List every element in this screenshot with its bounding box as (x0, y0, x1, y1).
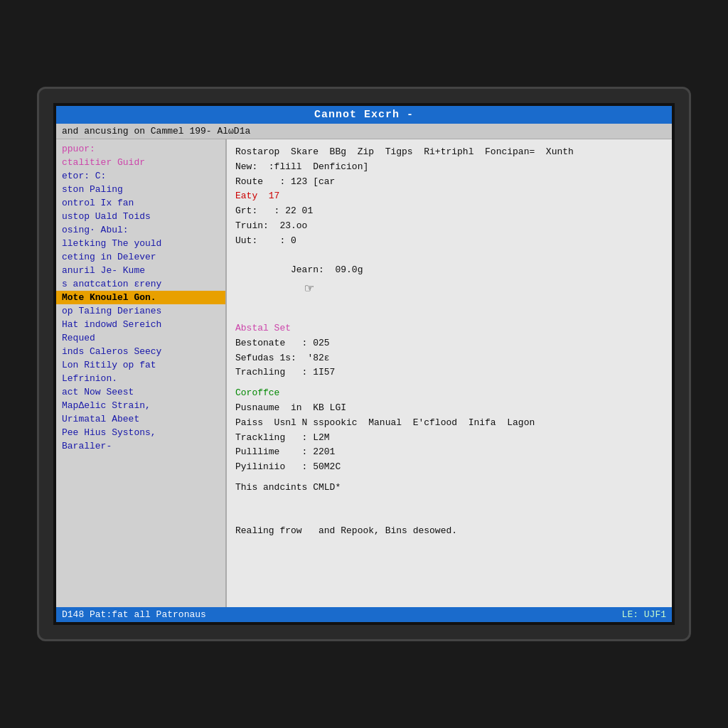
sidebar-item-18[interactable]: MapΔelic Strain, (56, 399, 225, 412)
sidebar-item-6[interactable]: lletking The yould (56, 237, 225, 250)
content-line-17: This andcints CMLD* (235, 481, 663, 496)
sidebar-item-14[interactable]: inds Caleros Seecy (56, 345, 225, 358)
sidebar-item-3[interactable]: ontrol Ix fan (56, 196, 225, 210)
content-line-15: Pulllime : 2201 (235, 445, 663, 460)
sidebar-item-1[interactable]: etor: C: (56, 169, 225, 183)
sidebar-item-8[interactable]: anuril Je- Kume (56, 264, 225, 277)
content-line-11: Trachling : 1I57 (235, 365, 663, 380)
sidebar-item-11[interactable]: op Taling Derianes (56, 304, 225, 318)
cursor-hand-icon: ☞ (305, 278, 314, 301)
content-line-1: Rostarop Skare BBg Zip Tigps Ri+triphl F… (235, 145, 663, 160)
sidebar-item-16[interactable]: Lefrinion. (56, 372, 225, 385)
content-line-12: Pusnaume in KB LGI (235, 401, 663, 416)
content-line-13: Paiss Usnl N sspookic Manual E'cflood In… (235, 416, 663, 431)
sidebar-item-2[interactable]: ston Paling (56, 183, 225, 196)
laptop-frame: Cannot Excrh - and ancusing on Cammel 19… (37, 87, 691, 641)
content-line-10: Sefudas 1s: '82ε (235, 351, 663, 366)
sidebar-item-9[interactable]: s anαtcation εreny (56, 277, 225, 291)
status-bar: D148 Pat:fat all Patronaus LE: UJF1 (56, 607, 672, 622)
sidebar-item-17[interactable]: act Now Seest (56, 385, 225, 399)
content-line-4: Eaty 17 (235, 189, 663, 204)
sidebar-item-0[interactable]: ctalitier Guidr (56, 156, 225, 169)
sidebar-item-19[interactable]: Urimatal Abeet (56, 412, 225, 426)
screen: Cannot Excrh - and ancusing on Cammel 19… (53, 103, 675, 625)
content-line-2: New: :flill Denficion] (235, 160, 663, 175)
content-line-14: Trackling : L2M (235, 431, 663, 446)
sidebar: ppuor: ctalitier Guidr etor: C: ston Pal… (56, 139, 227, 607)
title-bar: Cannot Excrh - (56, 106, 672, 124)
title-text: Cannot Excrh - (314, 109, 414, 121)
status-left: D148 Pat:fat all Patronaus (62, 609, 206, 620)
content-line-18: Realing frow and Repook, Bins desowed. (235, 524, 663, 539)
sidebar-item-15[interactable]: Lon Ritily op fat (56, 358, 225, 372)
content-line-8: Jearn: 09.0g ☞ (235, 249, 663, 316)
content-line-9: Bestonate : 025 (235, 336, 663, 351)
content-line-6: Truin: 23.oo (235, 219, 663, 234)
content-line-3: Route : 123 [car (235, 175, 663, 190)
section2-label: Abstal Set (235, 321, 663, 336)
content-line-5: Grt: : 22 01 (235, 204, 663, 219)
subtitle-text: and ancusing on Cammel 199- AlωD1a (62, 126, 250, 136)
content-panel: Rostarop Skare BBg Zip Tigps Ri+triphl F… (227, 139, 672, 607)
content-line-16: Pyiliniio : 50M2C (235, 460, 663, 475)
sidebar-item-13[interactable]: Requed (56, 331, 225, 345)
sidebar-item-21[interactable]: Baraller- (56, 439, 225, 453)
content-line-7: Uut: : 0 (235, 234, 663, 249)
main-content: ppuor: ctalitier Guidr etor: C: ston Pal… (56, 139, 672, 607)
sidebar-item-12[interactable]: Hat indowd Sereich (56, 318, 225, 331)
subtitle-bar: and ancusing on Cammel 199- AlωD1a (56, 124, 672, 139)
sidebar-item-10[interactable]: Mote Knoulel Gon. (56, 291, 225, 304)
sidebar-header: ppuor: (56, 142, 225, 156)
status-right: LE: UJF1 (622, 609, 666, 620)
sidebar-item-7[interactable]: ceting in Delever (56, 250, 225, 264)
section3-label: Coroffce (235, 386, 663, 401)
sidebar-item-20[interactable]: Pee Hius Systons, (56, 426, 225, 439)
sidebar-item-4[interactable]: ustop Uald Toids (56, 210, 225, 223)
sidebar-item-5[interactable]: osing· Abul: (56, 223, 225, 237)
